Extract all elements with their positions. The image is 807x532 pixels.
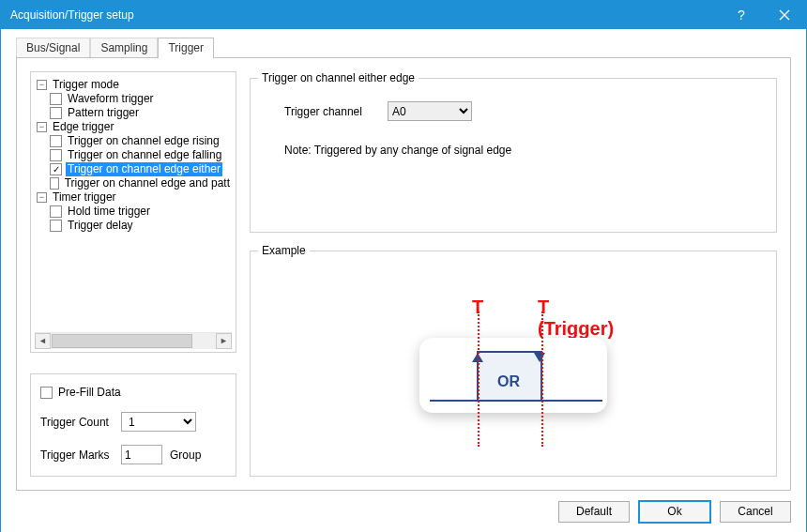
window-title: Acquisition/Trigger setup xyxy=(10,8,720,22)
arrow-down-icon xyxy=(534,353,545,362)
scroll-track[interactable] xyxy=(51,333,216,349)
prefill-label: Pre-Fill Data xyxy=(58,386,121,399)
trigger-channel-select[interactable]: A0 xyxy=(388,101,472,121)
tree-node-edge-either[interactable]: Trigger on channel edge either xyxy=(50,162,232,176)
trigger-count-label: Trigger Count xyxy=(40,416,121,429)
tree-label: Edge trigger xyxy=(51,120,115,134)
trigger-tree[interactable]: − Trigger mode Waveform trigger Pattern … xyxy=(35,78,232,332)
tree-label: Trigger mode xyxy=(51,78,121,92)
trigger-settings-title: Trigger on channel either edge xyxy=(258,71,419,84)
tree-label: Hold time trigger xyxy=(66,205,152,219)
tree-label: Trigger on channel edge either xyxy=(66,162,222,176)
tab-page-trigger: − Trigger mode Waveform trigger Pattern … xyxy=(16,57,791,491)
tree-label: Waveform trigger xyxy=(66,92,156,106)
example-title: Example xyxy=(258,244,310,257)
group-label: Group xyxy=(170,448,201,462)
checkbox[interactable] xyxy=(50,205,62,218)
example-canvas: T T (Trigger) OR xyxy=(264,278,763,463)
trigger-marks-row: Trigger Marks Group xyxy=(40,445,226,464)
checkbox[interactable] xyxy=(50,163,62,175)
baseline xyxy=(430,400,602,402)
checkbox[interactable] xyxy=(50,220,62,232)
or-label: OR xyxy=(497,373,520,390)
checkbox[interactable] xyxy=(50,107,62,119)
cancel-button[interactable]: Cancel xyxy=(720,501,791,523)
trigger-tree-box: − Trigger mode Waveform trigger Pattern … xyxy=(30,71,236,353)
tree-node-waveform-trigger[interactable]: Waveform trigger xyxy=(50,92,232,106)
tab-bus-signal[interactable]: Bus/Signal xyxy=(16,38,90,58)
tree-node-trigger-mode[interactable]: − Trigger mode xyxy=(37,78,232,92)
tree-node-hold-time[interactable]: Hold time trigger xyxy=(50,205,232,219)
tab-trigger[interactable]: Trigger xyxy=(158,38,214,58)
t-label-right: T (Trigger) xyxy=(538,296,614,340)
trigger-vline-right xyxy=(541,312,543,447)
collapse-icon[interactable]: − xyxy=(37,80,47,90)
trigger-marks-label: Trigger Marks xyxy=(40,448,121,462)
ok-button[interactable]: Ok xyxy=(639,501,710,523)
trigger-marks-input[interactable] xyxy=(121,445,162,464)
checkbox[interactable] xyxy=(50,177,59,190)
collapse-icon[interactable]: − xyxy=(37,122,47,132)
collapse-icon[interactable]: − xyxy=(37,192,47,203)
tree-label: Timer trigger xyxy=(51,190,118,205)
scroll-left-icon[interactable]: ◄ xyxy=(35,333,51,349)
trigger-count-row: Trigger Count 1 xyxy=(40,412,226,432)
tree-node-timer-trigger[interactable]: − Timer trigger xyxy=(37,190,232,205)
tree-node-edge-rising[interactable]: Trigger on channel edge rising xyxy=(50,134,232,148)
tree-node-edge-and-pattern[interactable]: Trigger on channel edge and patt xyxy=(50,176,232,190)
client-area: Bus/Signal Sampling Trigger − Trigger mo… xyxy=(1,29,806,532)
close-button[interactable] xyxy=(763,1,806,29)
tree-label: Trigger delay xyxy=(66,219,135,233)
trigger-vline-left xyxy=(478,312,480,447)
checkbox[interactable] xyxy=(50,149,62,161)
prefill-data-row: Pre-Fill Data xyxy=(40,386,226,399)
prefill-checkbox[interactable] xyxy=(40,387,53,399)
tree-label: Trigger on channel edge falling xyxy=(66,148,223,162)
tree-node-edge-trigger[interactable]: − Edge trigger xyxy=(37,120,232,134)
help-button[interactable]: ? xyxy=(720,1,763,29)
tree-horizontal-scrollbar[interactable]: ◄ ► xyxy=(35,332,232,348)
trigger-channel-row: Trigger channel A0 xyxy=(266,101,761,121)
trigger-channel-label: Trigger channel xyxy=(266,105,388,118)
tree-label: Trigger on channel edge rising xyxy=(66,134,221,148)
left-settings-box: Pre-Fill Data Trigger Count 1 Trigger Ma… xyxy=(30,373,236,477)
checkbox[interactable] xyxy=(50,93,62,105)
dialog-window: Acquisition/Trigger setup ? Bus/Signal S… xyxy=(0,0,807,532)
tree-node-trigger-delay[interactable]: Trigger delay xyxy=(50,219,232,233)
default-button[interactable]: Default xyxy=(558,501,630,523)
scroll-thumb[interactable] xyxy=(52,334,192,348)
trigger-settings-group: Trigger on channel either edge Trigger c… xyxy=(250,71,777,233)
tab-strip: Bus/Signal Sampling Trigger xyxy=(16,37,806,57)
tab-sampling[interactable]: Sampling xyxy=(90,38,158,58)
titlebar: Acquisition/Trigger setup ? xyxy=(1,1,806,29)
left-column: − Trigger mode Waveform trigger Pattern … xyxy=(30,71,236,477)
scroll-right-icon[interactable]: ► xyxy=(216,333,232,349)
example-group: Example T T (Trigger) OR xyxy=(250,244,777,477)
checkbox[interactable] xyxy=(50,135,62,147)
tree-label: Pattern trigger xyxy=(66,106,141,120)
edge-either-diagram: T T (Trigger) OR xyxy=(415,300,612,441)
tree-node-pattern-trigger[interactable]: Pattern trigger xyxy=(50,106,232,120)
right-column: Trigger on channel either edge Trigger c… xyxy=(250,71,777,477)
dialog-footer: Default Ok Cancel xyxy=(1,491,806,532)
tree-node-edge-falling[interactable]: Trigger on channel edge falling xyxy=(50,148,232,162)
tree-label: Trigger on channel edge and patt xyxy=(63,176,232,190)
trigger-count-select[interactable]: 1 xyxy=(121,412,196,432)
trigger-note: Note: Triggered by any change of signal … xyxy=(266,144,761,157)
